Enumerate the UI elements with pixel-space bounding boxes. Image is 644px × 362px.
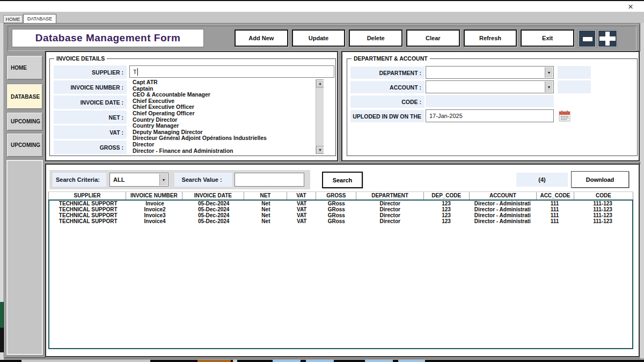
table-cell: Invoice2: [127, 206, 182, 212]
invoice-field-label-4: VAT :: [54, 125, 127, 139]
header-button-refresh[interactable]: Refresh: [464, 29, 517, 47]
supplier-list-item[interactable]: Director - Finance and Administration: [129, 148, 316, 154]
column-header-gross[interactable]: GROSS: [316, 192, 356, 200]
table-cell: Invoice: [127, 201, 182, 206]
table-cell: 123: [423, 201, 469, 206]
header-button-add-new[interactable]: Add New: [235, 29, 288, 47]
table-cell: VAT: [287, 218, 316, 224]
table-cell: 111-123: [573, 206, 632, 212]
table-cell: VAT: [287, 212, 316, 218]
table-cell: 05-Dec-2024: [183, 206, 245, 212]
supplier-input[interactable]: T: [129, 65, 334, 78]
table-cell: GRoss: [316, 212, 356, 218]
table-cell: TECHNICAL SUPPORT: [49, 218, 127, 224]
minimize-icon-button[interactable]: [579, 30, 596, 47]
table-cell: 05-Dec-2024: [183, 218, 245, 224]
code-field: [426, 95, 554, 107]
column-header-net[interactable]: NET: [244, 192, 287, 200]
account-combobox[interactable]: ▼: [426, 80, 554, 93]
header-button-delete[interactable]: Delete: [349, 29, 402, 47]
invoice-details-card: INVOICE DETAILS SUPPLIER :INVOICE NUMBER…: [45, 51, 338, 161]
column-header-dep_code[interactable]: DEP_CODE: [424, 192, 470, 200]
close-icon[interactable]: ×: [628, 2, 633, 12]
invoice-details-frame: INVOICE DETAILS SUPPLIER :INVOICE NUMBER…: [49, 58, 336, 156]
table-cell: Director - Administrati: [469, 218, 536, 224]
table-cell: Invoice3: [127, 212, 182, 218]
header-button-exit[interactable]: Exit: [521, 29, 574, 47]
sidebar-item-database-1[interactable]: DATABASE: [6, 84, 43, 109]
table-cell: Invoice4: [127, 218, 182, 224]
column-header-account[interactable]: ACCOUNT: [470, 192, 537, 200]
search-button[interactable]: Search: [322, 172, 363, 188]
supplier-list-item[interactable]: Director: [129, 142, 316, 148]
column-header-department[interactable]: DEPARTMENT: [356, 192, 423, 200]
department-combobox[interactable]: ▼: [426, 66, 554, 79]
search-value-label: Search Value :: [174, 173, 232, 187]
sidebar-blank-panel: [6, 160, 43, 355]
scroll-up-icon[interactable]: ▲: [316, 79, 324, 87]
uploaded-date-input[interactable]: 17-Jan-2025: [426, 109, 554, 122]
column-header-invoice number[interactable]: INVOICE NUMBER: [126, 192, 182, 200]
sheet-tab-home[interactable]: HOME: [3, 15, 23, 23]
department-display-box: [558, 66, 591, 79]
expand-icon-button[interactable]: [598, 30, 617, 47]
department-label: DEPARTMENT :: [350, 67, 425, 79]
background-sliver: [306, 360, 334, 362]
sheet-tab-database[interactable]: DATABASE: [23, 14, 56, 23]
table-cell: Net: [245, 218, 287, 224]
result-count-badge: (4): [516, 173, 568, 187]
department-account-frame: DEPARTMENT & ACCOUNT DEPARTMENT : ▼ ACCO…: [347, 58, 638, 156]
table-cell: 111-123: [573, 201, 632, 206]
column-header-code[interactable]: CODE: [574, 192, 633, 200]
invoice-details-legend: INVOICE DETAILS: [54, 55, 107, 62]
chevron-down-icon[interactable]: ▼: [545, 67, 553, 78]
column-header-vat[interactable]: VAT: [287, 192, 317, 200]
scroll-down-icon[interactable]: ▼: [316, 146, 324, 154]
table-cell: Director: [356, 212, 423, 218]
supplier-list-item[interactable]: Country Manager: [129, 123, 316, 129]
table-cell: TECHNICAL SUPPORT: [49, 212, 127, 218]
table-cell: Net: [245, 212, 287, 218]
table-row[interactable]: TECHNICAL SUPPORTInvoice05-Dec-2024NetVA…: [49, 201, 632, 206]
code-label: CODE :: [350, 95, 425, 108]
table-row[interactable]: TECHNICAL SUPPORTInvoice205-Dec-2024NetV…: [49, 206, 632, 212]
calendar-icon[interactable]: [559, 110, 570, 122]
window-titlebar: ×: [0, 0, 644, 12]
table-cell: Director: [356, 218, 423, 224]
table-cell: Net: [245, 201, 287, 206]
table-cell: GRoss: [316, 218, 356, 224]
table-cell: TECHNICAL SUPPORT: [49, 201, 127, 206]
column-header-invoice date[interactable]: INVOICE DATE: [182, 192, 245, 200]
supplier-list-scrollbar[interactable]: ▲ ▼: [316, 79, 324, 154]
header-button-update[interactable]: Update: [292, 29, 346, 47]
download-button[interactable]: Download: [571, 171, 629, 188]
supplier-list-item[interactable]: Capt ATR: [129, 79, 316, 86]
table-cell: 111: [536, 218, 574, 224]
supplier-list-item[interactable]: Chief Operating Officer: [129, 110, 316, 117]
chevron-down-icon[interactable]: ▼: [545, 82, 553, 92]
table-cell: Director - Administrati: [469, 206, 536, 212]
table-cell: TECHNICAL SUPPORT: [49, 206, 127, 212]
sidebar-item-upcoming-3[interactable]: UPCOMING: [6, 133, 43, 157]
table-cell: 111-123: [573, 218, 632, 224]
table-row[interactable]: TECHNICAL SUPPORTInvoice305-Dec-2024NetV…: [49, 212, 632, 218]
supplier-list-item[interactable]: Directeur Général Adjoint Opérations Ind…: [129, 135, 316, 142]
background-sliver: [233, 360, 237, 362]
background-sliver: [21, 360, 150, 362]
table-cell: VAT: [287, 206, 316, 212]
background-dark-patch: [0, 328, 4, 352]
table-cell: Director - Administrati: [469, 212, 536, 218]
search-value-input[interactable]: [235, 173, 304, 187]
table-row[interactable]: TECHNICAL SUPPORTInvoice405-Dec-2024NetV…: [49, 218, 632, 224]
table-cell: Director - Administrati: [469, 201, 536, 206]
sidebar-item-upcoming-2[interactable]: UPCOMING: [6, 112, 43, 131]
column-header-acc_code[interactable]: ACC_CODE: [537, 192, 574, 200]
header-button-clear[interactable]: Clear: [406, 29, 460, 47]
table-cell: Net: [245, 206, 287, 212]
column-header-supplier[interactable]: SUPPLIER: [48, 192, 126, 200]
table-cell: VAT: [287, 201, 316, 206]
chevron-down-icon[interactable]: ▼: [159, 174, 167, 186]
search-criteria-combobox[interactable]: ALL ▼: [109, 173, 169, 187]
invoice-field-label-3: NET :: [54, 110, 127, 124]
sidebar-item-home-0[interactable]: HOME: [6, 55, 43, 80]
